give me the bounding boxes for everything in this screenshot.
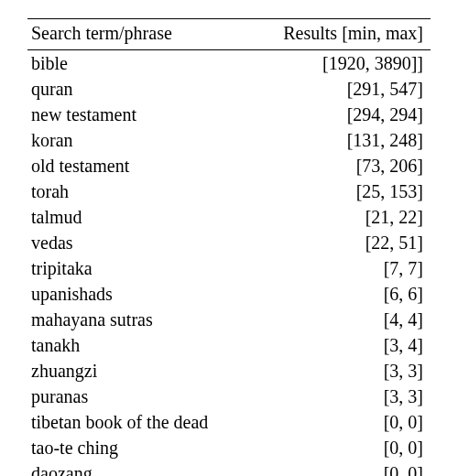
table-row: daozang[0, 0] [27, 460, 431, 476]
cell-term: tao-te ching [27, 435, 251, 460]
table-row: bible[1920, 3890]] [27, 50, 431, 77]
cell-range: [0, 0] [251, 435, 431, 460]
table-row: new testament[294, 294] [27, 102, 431, 127]
cell-term: upanishads [27, 281, 251, 307]
table-row: upanishads[6, 6] [27, 281, 431, 307]
cell-term: koran [27, 127, 251, 153]
cell-range: [73, 206] [251, 153, 431, 178]
cell-range: [3, 3] [251, 358, 431, 384]
cell-range: [7, 7] [251, 255, 431, 281]
cell-range: [25, 153] [251, 178, 431, 204]
cell-term: zhuangzi [27, 358, 251, 384]
cell-term: tibetan book of the dead [27, 409, 251, 435]
cell-range: [3, 3] [251, 384, 431, 409]
cell-term: talmud [27, 204, 251, 230]
cell-range: [4, 4] [251, 307, 431, 332]
table-row: tanakh[3, 4] [27, 332, 431, 358]
table-row: tao-te ching[0, 0] [27, 435, 431, 460]
cell-range: [0, 0] [251, 409, 431, 435]
cell-range: [0, 0] [251, 460, 431, 476]
results-table: Search term/phrase Results [min, max] bi… [27, 18, 431, 476]
col-header-term: Search term/phrase [27, 19, 251, 50]
table-row: vedas[22, 51] [27, 230, 431, 255]
table-row: zhuangzi[3, 3] [27, 358, 431, 384]
cell-term: new testament [27, 102, 251, 127]
table-row: puranas[3, 3] [27, 384, 431, 409]
cell-term: torah [27, 178, 251, 204]
table-row: torah[25, 153] [27, 178, 431, 204]
cell-term: old testament [27, 153, 251, 178]
cell-range: [22, 51] [251, 230, 431, 255]
table-header-row: Search term/phrase Results [min, max] [27, 19, 431, 50]
cell-term: tripitaka [27, 255, 251, 281]
cell-term: tanakh [27, 332, 251, 358]
table-row: old testament[73, 206] [27, 153, 431, 178]
cell-term: puranas [27, 384, 251, 409]
col-header-range: Results [min, max] [251, 19, 431, 50]
table-row: mahayana sutras[4, 4] [27, 307, 431, 332]
cell-range: [291, 547] [251, 76, 431, 102]
table-row: tibetan book of the dead[0, 0] [27, 409, 431, 435]
cell-term: quran [27, 76, 251, 102]
table-row: quran[291, 547] [27, 76, 431, 102]
cell-term: mahayana sutras [27, 307, 251, 332]
cell-range: [1920, 3890]] [251, 50, 431, 77]
cell-range: [3, 4] [251, 332, 431, 358]
cell-term: daozang [27, 460, 251, 476]
cell-range: [131, 248] [251, 127, 431, 153]
cell-range: [294, 294] [251, 102, 431, 127]
cell-range: [21, 22] [251, 204, 431, 230]
table-row: talmud[21, 22] [27, 204, 431, 230]
table-row: koran[131, 248] [27, 127, 431, 153]
cell-term: bible [27, 50, 251, 77]
cell-range: [6, 6] [251, 281, 431, 307]
table-row: tripitaka[7, 7] [27, 255, 431, 281]
cell-term: vedas [27, 230, 251, 255]
